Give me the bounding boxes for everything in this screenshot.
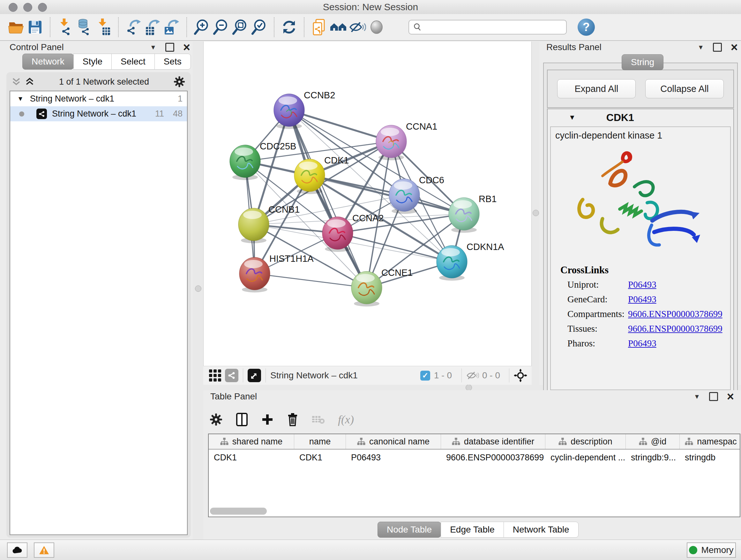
- node-label: CDC25B: [260, 141, 296, 151]
- help-icon[interactable]: ?: [578, 18, 595, 36]
- tab-style[interactable]: Style: [73, 54, 112, 70]
- column-header-namespac[interactable]: namespac: [680, 434, 740, 449]
- clone-network-icon[interactable]: [310, 17, 329, 37]
- cell-description[interactable]: cyclin-dependent ...: [545, 449, 626, 465]
- panel-float-icon[interactable]: ▼: [150, 44, 156, 51]
- hide-unhide-icon[interactable]: [348, 17, 367, 37]
- search-box[interactable]: [408, 20, 567, 35]
- expand-all-icon[interactable]: [25, 77, 35, 86]
- network-graph[interactable]: CCNB2CCNA1CDC25BCDK1CDC6RB1CCNB1CCNA2CDK…: [204, 42, 532, 366]
- export-network-icon[interactable]: [124, 17, 143, 37]
- fit-selected-crosshair-icon[interactable]: [514, 369, 527, 382]
- tab-network-table[interactable]: Network Table: [503, 522, 579, 538]
- zoom-fit-icon[interactable]: [230, 17, 250, 37]
- search-input[interactable]: [422, 21, 566, 34]
- network-options-gear-icon[interactable]: [174, 76, 185, 87]
- crosslink-compartments-link[interactable]: 9606.ENSP00000378699: [628, 309, 723, 319]
- selected-checkbox-icon[interactable]: ✓: [420, 371, 430, 381]
- network-node-ccnb1[interactable]: CCNB1: [239, 204, 300, 243]
- column-header-canonical-name[interactable]: canonical name: [346, 434, 441, 449]
- zoom-in-icon[interactable]: [192, 17, 211, 37]
- panel-close-icon[interactable]: ×: [183, 44, 190, 51]
- export-image-icon[interactable]: [162, 17, 181, 37]
- network-node-cdk1[interactable]: CDK1: [294, 155, 349, 194]
- memory-button[interactable]: Memory: [687, 543, 736, 558]
- table-options-gear-icon[interactable]: [210, 413, 222, 426]
- save-session-icon[interactable]: [25, 17, 45, 37]
- hidden-count: 0 - 0: [482, 370, 500, 381]
- column-header-id[interactable]: @id: [626, 434, 680, 449]
- gene-section-header[interactable]: ▼ CDK1: [548, 109, 733, 126]
- cell-namespac[interactable]: stringdb: [680, 449, 740, 465]
- panel-undock-icon[interactable]: [165, 43, 174, 52]
- cell-name[interactable]: CDK1: [294, 449, 346, 465]
- zoom-selected-icon[interactable]: [250, 17, 269, 37]
- collapse-all-button[interactable]: Collapse All: [645, 79, 724, 98]
- network-node-hist1h1a[interactable]: HIST1H1A: [239, 253, 314, 293]
- network-node-cdc25b[interactable]: CDC25B: [230, 141, 296, 180]
- export-table-icon[interactable]: [143, 17, 162, 37]
- panel-undock-icon[interactable]: [709, 392, 718, 401]
- splitter-handle[interactable]: [533, 210, 539, 216]
- crosslink-uniprot-link[interactable]: P06493: [628, 279, 657, 290]
- zoom-out-icon[interactable]: [211, 17, 230, 37]
- grid-view-icon[interactable]: [209, 369, 221, 381]
- crosslink-tissues-link[interactable]: 9606.ENSP00000378699: [628, 323, 723, 334]
- network-collection-row[interactable]: ▼ String Network – cdk1 1: [10, 91, 187, 106]
- warnings-button[interactable]: [34, 543, 54, 558]
- cell-canonical-name[interactable]: P06493: [346, 449, 441, 465]
- network-edge[interactable]: [255, 273, 367, 288]
- import-table-file-icon[interactable]: [94, 17, 113, 37]
- network-node-cdc6[interactable]: CDC6: [389, 175, 444, 214]
- network-thumbnail-icon[interactable]: [225, 369, 239, 382]
- network-canvas[interactable]: CCNB2CCNA1CDC25BCDK1CDC6RB1CCNB1CCNA2CDK…: [203, 42, 532, 366]
- expand-all-button[interactable]: Expand All: [557, 79, 636, 98]
- table-horizontal-scrollbar[interactable]: [210, 508, 267, 515]
- delete-column-icon[interactable]: [287, 413, 298, 426]
- network-edge[interactable]: [289, 110, 391, 141]
- crosslink-pharos-link[interactable]: P06493: [628, 338, 657, 349]
- cell-database-identifier[interactable]: 9606.ENSP00000378699: [441, 449, 545, 465]
- open-session-icon[interactable]: [6, 17, 25, 37]
- cloud-button[interactable]: [7, 543, 27, 558]
- column-header-name[interactable]: name: [294, 434, 346, 449]
- crosslink-genecard-link[interactable]: P06493: [628, 294, 657, 305]
- network-node-ccna2[interactable]: CCNA2: [322, 213, 384, 252]
- column-header-database-identifier[interactable]: database identifier: [441, 434, 545, 449]
- create-column-icon[interactable]: [261, 414, 273, 426]
- network-node-rb1[interactable]: RB1: [449, 194, 496, 233]
- network-row[interactable]: String Network – cdk1 11 48: [10, 106, 187, 121]
- tab-network[interactable]: Network: [22, 54, 74, 70]
- panel-float-icon[interactable]: ▼: [694, 393, 700, 400]
- tab-edge-table[interactable]: Edge Table: [441, 522, 504, 538]
- tab-sets[interactable]: Sets: [154, 54, 191, 70]
- cell-id[interactable]: stringdb:9...: [626, 449, 680, 465]
- panel-undock-icon[interactable]: [713, 43, 722, 52]
- cell-shared-name[interactable]: CDK1: [209, 449, 294, 465]
- collapse-all-icon[interactable]: [11, 77, 21, 86]
- network-node-ccne1[interactable]: CCNE1: [351, 267, 413, 307]
- level-of-detail-icon[interactable]: [367, 17, 386, 37]
- network-node-cdkn1a[interactable]: CDKN1A: [436, 242, 504, 281]
- tab-select[interactable]: Select: [111, 54, 155, 70]
- column-header-description[interactable]: description: [545, 434, 626, 449]
- splitter-handle[interactable]: [195, 286, 201, 292]
- table-row[interactable]: CDK1CDK1P064939606.ENSP00000378699cyclin…: [209, 449, 740, 465]
- tree-caret-icon[interactable]: ▼: [17, 95, 23, 103]
- refresh-icon[interactable]: [280, 17, 299, 37]
- string-home-icon[interactable]: [329, 17, 348, 37]
- column-header-shared-name[interactable]: shared name: [209, 434, 294, 449]
- panel-close-icon[interactable]: ×: [727, 393, 734, 400]
- show-columns-icon[interactable]: [236, 413, 248, 427]
- section-caret-icon[interactable]: ▼: [569, 113, 576, 122]
- panel-close-icon[interactable]: ×: [731, 44, 738, 51]
- splitter-handle[interactable]: [466, 384, 472, 391]
- birdseye-view-icon[interactable]: [248, 369, 261, 382]
- tab-string[interactable]: String: [622, 54, 664, 70]
- import-network-database-icon[interactable]: [75, 17, 94, 37]
- network-node-ccnb2[interactable]: CCNB2: [274, 90, 335, 129]
- tab-node-table[interactable]: Node Table: [378, 522, 441, 538]
- import-network-file-icon[interactable]: [56, 17, 75, 37]
- panel-float-icon[interactable]: ▼: [697, 44, 704, 51]
- network-node-ccna1[interactable]: CCNA1: [376, 121, 437, 160]
